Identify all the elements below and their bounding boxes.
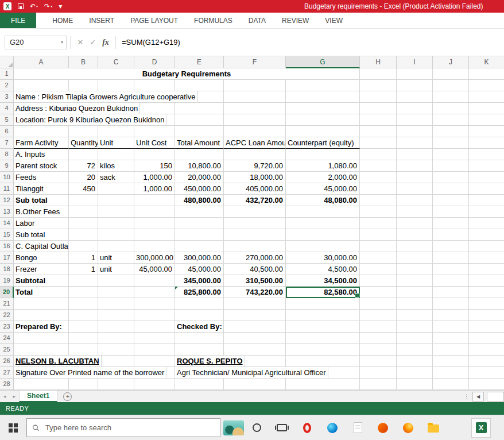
- row-header-1[interactable]: 1: [0, 68, 14, 80]
- cell-K19[interactable]: [469, 275, 504, 287]
- cell-B21[interactable]: [69, 298, 98, 310]
- cell-H18[interactable]: [360, 264, 397, 275]
- cell-A20[interactable]: Total: [14, 287, 69, 298]
- cell-F22[interactable]: [224, 310, 286, 321]
- formula-input[interactable]: =SUM(G12+G19): [119, 38, 180, 47]
- cell-H23[interactable]: [360, 321, 397, 333]
- cell-G12[interactable]: 48,080.00: [286, 195, 360, 206]
- cell-D12[interactable]: [134, 195, 175, 206]
- cell-K14[interactable]: [469, 218, 504, 229]
- cell-G2[interactable]: [286, 80, 360, 91]
- cell-I15[interactable]: [397, 229, 433, 241]
- cell-H11[interactable]: [360, 183, 397, 195]
- select-all-corner[interactable]: [0, 56, 14, 68]
- row-header-28[interactable]: 28: [0, 379, 14, 390]
- document-app-button[interactable]: [345, 415, 370, 440]
- cell-G4[interactable]: [286, 103, 360, 114]
- cell-J12[interactable]: [433, 195, 469, 206]
- cell-J5[interactable]: [433, 114, 469, 126]
- cell-K12[interactable]: [469, 195, 504, 206]
- row-header-13[interactable]: 13: [0, 206, 14, 218]
- cell-D14[interactable]: [134, 218, 175, 229]
- cell-B23[interactable]: [69, 321, 98, 333]
- cell-F7[interactable]: ACPC Loan Amount: [224, 137, 286, 149]
- edge-button[interactable]: [320, 415, 345, 440]
- cell-B12[interactable]: [69, 195, 98, 206]
- cell-C11[interactable]: [98, 183, 134, 195]
- cell-A8[interactable]: A. Inputs: [14, 149, 69, 160]
- cell-F25[interactable]: [224, 344, 286, 356]
- cell-H25[interactable]: [360, 344, 397, 356]
- cell-F6[interactable]: [224, 126, 286, 137]
- cell-K17[interactable]: [469, 252, 504, 264]
- cell-J18[interactable]: [433, 264, 469, 275]
- cell-J15[interactable]: [433, 229, 469, 241]
- cell-E10[interactable]: 20,000.00: [175, 172, 224, 183]
- cell-B15[interactable]: [69, 229, 98, 241]
- cell-F28[interactable]: [224, 379, 286, 390]
- row-header-15[interactable]: 15: [0, 229, 14, 241]
- quick-access-customize-button[interactable]: ▾: [59, 3, 62, 10]
- cell-G14[interactable]: [286, 218, 360, 229]
- cell-G11[interactable]: 45,000.00: [286, 183, 360, 195]
- cell-C17[interactable]: unit: [98, 252, 134, 264]
- cell-D11[interactable]: 1,000.00: [134, 183, 175, 195]
- cell-C13[interactable]: [98, 206, 134, 218]
- cell-F9[interactable]: 9,720.00: [224, 160, 286, 172]
- cell-H22[interactable]: [360, 310, 397, 321]
- row-header-16[interactable]: 16: [0, 241, 14, 252]
- cell-H20[interactable]: [360, 287, 397, 298]
- cell-E28[interactable]: [175, 379, 224, 390]
- cell-C19[interactable]: [98, 275, 134, 287]
- cell-F17[interactable]: 270,000.00: [224, 252, 286, 264]
- cell-F12[interactable]: 432,720.00: [224, 195, 286, 206]
- cell-J14[interactable]: [433, 218, 469, 229]
- cell-A27[interactable]: Signature Over Printed name of the borro…: [14, 367, 166, 379]
- cell-E5[interactable]: [175, 114, 224, 126]
- cell-K4[interactable]: [469, 103, 504, 114]
- undo-button[interactable]: ↶▾: [30, 3, 38, 10]
- cell-D22[interactable]: [134, 310, 175, 321]
- cell-I23[interactable]: [397, 321, 433, 333]
- cell-G28[interactable]: [286, 379, 360, 390]
- row-header-8[interactable]: 8: [0, 149, 14, 160]
- cell-H17[interactable]: [360, 252, 397, 264]
- cell-G25[interactable]: [286, 344, 360, 356]
- cell-J7[interactable]: [433, 137, 469, 149]
- cell-J4[interactable]: [433, 103, 469, 114]
- cell-K6[interactable]: [469, 126, 504, 137]
- cell-G13[interactable]: [286, 206, 360, 218]
- row-header-14[interactable]: 14: [0, 218, 14, 229]
- search-input[interactable]: [44, 423, 215, 433]
- cell-E7[interactable]: Total Amount: [175, 137, 224, 149]
- cell-K8[interactable]: [469, 149, 504, 160]
- cell-D13[interactable]: [134, 206, 175, 218]
- cell-E14[interactable]: [175, 218, 224, 229]
- cell-A26[interactable]: NELSON B. LACUBTAN: [14, 356, 102, 367]
- tab-review[interactable]: REVIEW: [274, 13, 317, 28]
- cell-G26[interactable]: [286, 356, 360, 367]
- cell-A21[interactable]: [14, 298, 69, 310]
- cell-A7[interactable]: Farm Activity: [14, 137, 69, 149]
- cell-I3[interactable]: [397, 91, 433, 103]
- firefox-button[interactable]: [396, 415, 421, 440]
- cell-K26[interactable]: [469, 356, 504, 367]
- row-header-27[interactable]: 27: [0, 367, 14, 379]
- cell-A6[interactable]: [14, 126, 69, 137]
- tab-view[interactable]: VIEW: [317, 13, 351, 28]
- file-explorer-button[interactable]: [421, 415, 446, 440]
- cell-B22[interactable]: [69, 310, 98, 321]
- cell-I28[interactable]: [397, 379, 433, 390]
- sheet-nav-left-icon[interactable]: ◂: [0, 391, 10, 402]
- tab-formulas[interactable]: FORMULAS: [186, 13, 241, 28]
- cell-H13[interactable]: [360, 206, 397, 218]
- cell-C24[interactable]: [98, 333, 134, 344]
- cell-E16[interactable]: [175, 241, 224, 252]
- redo-button[interactable]: ↷▾: [44, 3, 52, 10]
- cell-K11[interactable]: [469, 183, 504, 195]
- cell-A18[interactable]: Frezer: [14, 264, 69, 275]
- cell-C8[interactable]: [98, 149, 134, 160]
- cell-A22[interactable]: [14, 310, 69, 321]
- cell-B19[interactable]: [69, 275, 98, 287]
- cell-D21[interactable]: [134, 298, 175, 310]
